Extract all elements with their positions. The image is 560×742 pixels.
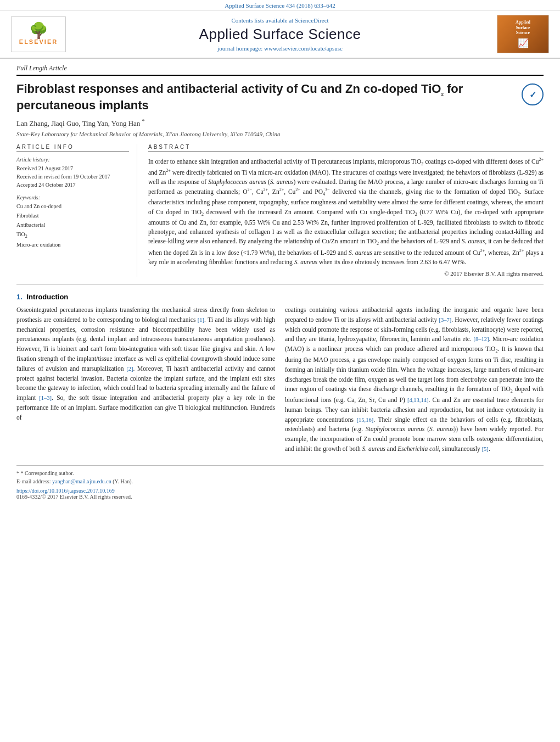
elsevier-logo-area: 🌳 ELSEVIER — [11, 16, 77, 52]
article-title: Fibroblast responses and antibacterial a… — [16, 81, 522, 113]
ref-4-13-14: [4,13,14] — [407, 397, 429, 403]
keywords-list: Cu and Zn co-doped Fibroblast Antibacter… — [16, 202, 129, 250]
crossmark-icon: ✓ — [529, 90, 536, 100]
homepage-line: journal homepage: www.elsevier.com/locat… — [77, 45, 483, 52]
introduction-col2: coatings containing various antibacteria… — [285, 305, 544, 459]
elsevier-tree-icon: 🌳 — [29, 23, 48, 38]
abstract-text: In order to enhance skin integration and… — [148, 157, 544, 267]
article-history-label: Article history: — [16, 157, 129, 163]
keyword-2: Fibroblast — [16, 211, 129, 220]
email-line: E-mail address: yanghan@mail.xjtu.edu.cn… — [16, 477, 544, 486]
ref-8-12: [8–12] — [473, 336, 489, 342]
email-label: E-mail address: — [16, 478, 51, 484]
journal-title: Applied Surface Science — [77, 26, 483, 43]
keyword-3: Antibacterial — [16, 220, 129, 230]
article-type: Full Length Article — [16, 64, 544, 76]
introduction-col1: Osseointegrated percutaneous implants tr… — [16, 305, 275, 459]
introduction-label: Introduction — [26, 293, 68, 301]
author-names: Lan Zhang, Jiaqi Guo, Ting Yan, Yong Han — [16, 120, 140, 128]
email-person: (Y. Han). — [113, 478, 133, 484]
abstract-header: ABSTRACT — [148, 144, 544, 152]
keywords-label: Keywords: — [16, 194, 129, 200]
ref-3-7: [3–7] — [439, 317, 451, 323]
ref-15-16: [15,16] — [357, 417, 374, 423]
journal-cover-text: AppliedSurfaceScience 📈 — [516, 20, 530, 48]
ref-2: [2] — [126, 366, 133, 372]
homepage-url[interactable]: www.elsevier.com/locate/apsusc — [264, 45, 343, 52]
ref-5: [5] — [482, 446, 489, 452]
issn-line: 0169-4332/© 2017 Elsevier B.V. All right… — [16, 494, 544, 500]
corresponding-note: * * Corresponding author. — [16, 469, 544, 477]
ref-1-3: [1–3] — [39, 395, 52, 401]
intro-para-1: Osseointegrated percutaneous implants tr… — [16, 305, 275, 423]
footnote-star: * — [16, 470, 21, 476]
keyword-4: TiO2 — [16, 230, 129, 241]
journal-header-center: Contents lists available at ScienceDirec… — [77, 17, 483, 52]
introduction-title: 1. Introduction — [16, 293, 544, 301]
affiliation: State-Key Laboratory for Mechanical Beha… — [16, 131, 544, 137]
contents-label: Contents lists available at — [231, 17, 293, 24]
received-date: Received 21 August 2017 Received in revi… — [16, 164, 129, 189]
journal-citation: Applied Surface Science 434 (2018) 633–6… — [225, 2, 335, 9]
doi-line[interactable]: https://doi.org/10.1016/j.apsusc.2017.10… — [16, 488, 544, 494]
keyword-5: Micro-arc oxidation — [16, 240, 129, 249]
introduction-body: Osseointegrated percutaneous implants tr… — [16, 305, 544, 459]
elsevier-box: 🌳 ELSEVIER — [11, 16, 66, 52]
article-title-row: Fibroblast responses and antibacterial a… — [16, 81, 544, 113]
keyword-1: Cu and Zn co-doped — [16, 202, 129, 211]
journal-cover-box: AppliedSurfaceScience 📈 — [497, 15, 549, 53]
journal-bar: Applied Surface Science 434 (2018) 633–6… — [0, 0, 560, 10]
authors-line: Lan Zhang, Jiaqi Guo, Ting Yan, Yong Han… — [16, 118, 544, 128]
crossmark-badge[interactable]: ✓ — [522, 83, 544, 105]
keywords-block: Keywords: Cu and Zn co-doped Fibroblast … — [16, 194, 129, 250]
corresponding-marker: * — [140, 118, 144, 124]
email-address[interactable]: yanghan@mail.xjtu.edu.cn — [52, 478, 111, 484]
elsevier-name: ELSEVIER — [19, 38, 58, 45]
info-abstract-section: ARTICLE INFO Article history: Received 2… — [16, 144, 544, 277]
article-history-block: Article history: Received 21 August 2017… — [16, 157, 129, 189]
article-info-column: ARTICLE INFO Article history: Received 2… — [16, 144, 137, 277]
intro-para-2: coatings containing various antibacteria… — [285, 305, 544, 454]
contents-available-line: Contents lists available at ScienceDirec… — [77, 17, 483, 24]
copyright-notice: © 2017 Elsevier B.V. All rights reserved… — [148, 270, 544, 277]
article-footer: * * Corresponding author. E-mail address… — [16, 465, 544, 500]
corresponding-text: * Corresponding author. — [21, 470, 74, 476]
doi-url[interactable]: https://doi.org/10.1016/j.apsusc.2017.10… — [16, 488, 115, 494]
article-info-header: ARTICLE INFO — [16, 144, 129, 152]
section-divider — [16, 284, 544, 285]
abstract-column: ABSTRACT In order to enhance skin integr… — [148, 144, 544, 277]
sciencedirect-link[interactable]: ScienceDirect — [295, 17, 329, 24]
article-body: Full Length Article Fibroblast responses… — [0, 59, 560, 511]
ref-1: [1] — [198, 317, 204, 323]
journal-cover-area: AppliedSurfaceScience 📈 — [483, 15, 549, 53]
homepage-label: journal homepage: — [217, 45, 262, 52]
section-number: 1. — [16, 293, 23, 301]
page-header: 🌳 ELSEVIER Contents lists available at S… — [0, 10, 560, 59]
